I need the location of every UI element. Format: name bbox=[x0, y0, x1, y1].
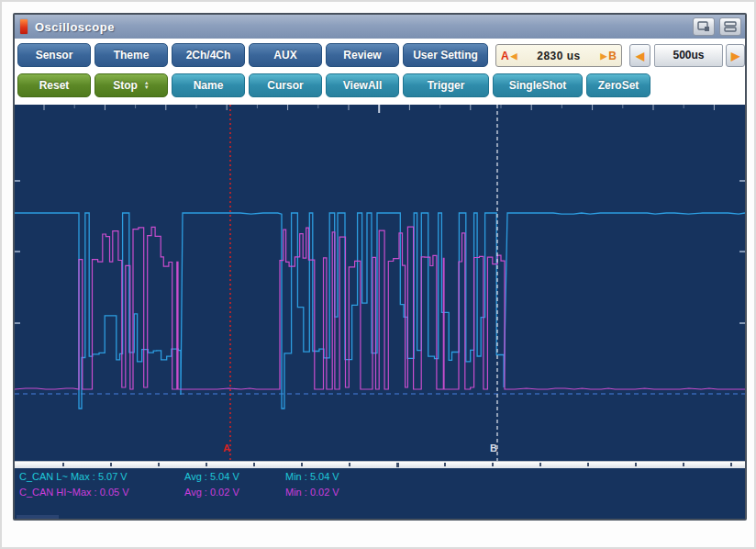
ruler-tick bbox=[62, 463, 64, 466]
singleshot-button[interactable]: SingleShot bbox=[493, 73, 583, 97]
ruler-tick bbox=[158, 463, 160, 466]
ruler-tick bbox=[206, 463, 207, 466]
sensor-button[interactable]: Sensor bbox=[17, 43, 91, 67]
channel-min-value: Min : 0.02 V bbox=[285, 486, 745, 499]
ruler-tick bbox=[635, 463, 637, 466]
app-icon bbox=[20, 19, 28, 34]
waveform-display[interactable]: A B bbox=[15, 105, 745, 461]
reset-button[interactable]: Reset bbox=[17, 73, 91, 97]
zeroset-button[interactable]: ZeroSet bbox=[586, 73, 650, 97]
name-button[interactable]: Name bbox=[172, 73, 245, 97]
stop-spinner-icon: ▲▼ bbox=[144, 81, 150, 90]
graticule-ticks bbox=[15, 105, 745, 323]
viewall-button[interactable]: ViewAll bbox=[326, 73, 399, 97]
cursor-a-arrow-icon: ◀ bbox=[511, 51, 517, 61]
measurement-panel: C_CAN L~ Max : 5.07 V Avg : 5.04 V Min :… bbox=[15, 467, 745, 519]
channel-min-value: Min : 5.04 V bbox=[285, 470, 745, 484]
timebase-decrease-button[interactable]: ◀ bbox=[629, 44, 650, 67]
cursor-button[interactable]: Cursor bbox=[249, 73, 322, 97]
theme-button[interactable]: Theme bbox=[94, 43, 168, 67]
trigger-button[interactable]: Trigger bbox=[403, 73, 489, 97]
timebase-value: 500us bbox=[654, 44, 723, 67]
waveform-traces bbox=[15, 213, 745, 409]
cursor-b-arrow-icon: ▶ bbox=[600, 51, 606, 61]
stop-button[interactable]: Stop ▲▼ bbox=[94, 73, 168, 97]
oscilloscope-window: Oscilloscope Sensor Theme bbox=[13, 13, 747, 521]
ruler-tick bbox=[730, 463, 732, 466]
ruler-tick bbox=[110, 463, 112, 466]
ruler-tick bbox=[349, 463, 350, 466]
window-capture-icon bbox=[697, 21, 710, 32]
cursor-b-marker: B bbox=[490, 443, 497, 454]
measurement-row-can-l: C_CAN L~ Max : 5.07 V Avg : 5.04 V Min :… bbox=[15, 470, 745, 484]
channel-avg-value: Avg : 0.02 V bbox=[184, 486, 285, 499]
desktop: Oscilloscope Sensor Theme bbox=[0, 0, 756, 549]
cursor-a-marker: A bbox=[223, 443, 230, 454]
channel-max-value: C_CAN L~ Max : 5.07 V bbox=[19, 470, 184, 484]
time-ruler bbox=[15, 461, 745, 467]
aux-button[interactable]: AUX bbox=[249, 43, 322, 67]
toolbar-secondary: Reset Stop ▲▼ Name Cursor ViewAll Trigge… bbox=[15, 73, 745, 99]
ab-delta-time-value: 2830 us bbox=[519, 50, 599, 62]
stop-label: Stop bbox=[113, 74, 138, 96]
titlebar-buttons bbox=[693, 17, 741, 36]
window-title: Oscilloscope bbox=[35, 20, 115, 34]
toolbar-primary: Sensor Theme 2Ch/4Ch AUX Review User Set… bbox=[15, 43, 745, 69]
ruler-tick bbox=[492, 463, 494, 466]
channel-avg-value: Avg : 5.04 V bbox=[184, 470, 285, 484]
measurement-row-can-hi: C_CAN HI~Max : 0.05 V Avg : 0.02 V Min :… bbox=[15, 486, 745, 499]
cursor-a-tag: A bbox=[501, 50, 509, 62]
timebase-increase-button[interactable]: ▶ bbox=[726, 44, 745, 67]
ruler-tick bbox=[301, 463, 303, 466]
ruler-tick bbox=[683, 463, 684, 466]
cursor-b-tag: B bbox=[608, 50, 617, 62]
ab-cursor-time-readout[interactable]: A ◀ 2830 us ▶ B bbox=[495, 44, 622, 67]
channel-mode-button[interactable]: 2Ch/4Ch bbox=[172, 43, 245, 67]
review-button[interactable]: Review bbox=[326, 43, 399, 67]
channel-max-value: C_CAN HI~Max : 0.05 V bbox=[19, 486, 184, 499]
window-layout-button[interactable] bbox=[719, 17, 741, 36]
split-window-icon bbox=[724, 21, 737, 32]
ruler-tick bbox=[253, 463, 255, 466]
ruler-tick bbox=[587, 463, 589, 466]
ruler-tick bbox=[539, 463, 541, 466]
ruler-tick bbox=[444, 463, 446, 466]
capture-window-button[interactable] bbox=[693, 17, 715, 36]
user-setting-button[interactable]: User Setting bbox=[403, 43, 488, 67]
titlebar[interactable]: Oscilloscope bbox=[15, 15, 745, 39]
status-tab bbox=[17, 515, 59, 519]
